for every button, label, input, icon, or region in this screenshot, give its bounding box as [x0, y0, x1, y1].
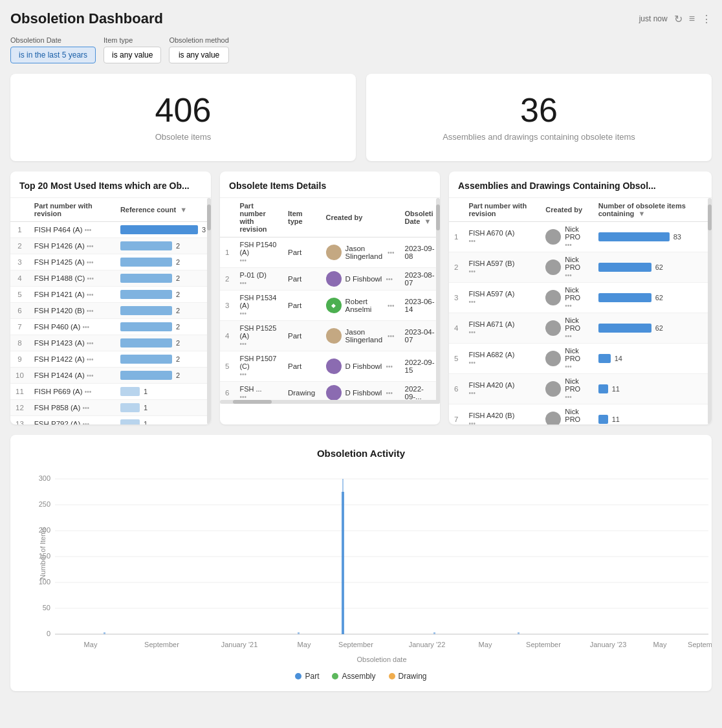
top20-col-count[interactable]: Reference count ▼ [115, 198, 211, 222]
more-icon[interactable]: ⋮ [701, 13, 712, 25]
ref-count: 2 [115, 351, 211, 368]
filter-label-0: Obsoletion Date [10, 36, 96, 44]
svg-text:May: May [298, 641, 311, 648]
table-row: 7 FISH A420 (B)••• Nick PRO ••• 11 [449, 404, 712, 425]
part-num-asm: FISH A682 (A)••• [463, 344, 540, 374]
row-num: 6 [10, 303, 29, 319]
filter-btn-0[interactable]: is in the last 5 years [10, 47, 96, 63]
filter-btn-2[interactable]: is any value [169, 47, 228, 63]
more-btn[interactable]: ••• [386, 363, 393, 370]
creator-name: Nick PRO [565, 347, 587, 362]
row-num: 6 [449, 374, 463, 404]
bar-viz [120, 322, 172, 331]
more-btn[interactable]: ••• [565, 241, 572, 248]
more-btn[interactable]: ••• [386, 276, 393, 283]
filter-btn-1[interactable]: is any value [104, 47, 161, 63]
scrollbar-obs[interactable] [436, 198, 440, 404]
more-btn[interactable]: ••• [386, 390, 393, 397]
creator-name: Nick PRO [565, 408, 587, 423]
svg-text:September: September [144, 641, 179, 648]
part-num: FSH P460 (A) ••• [29, 319, 115, 335]
obs-col-date[interactable]: Obsoleti Date ▼ [399, 198, 440, 237]
bar-viz-asm [598, 232, 670, 241]
part-num-asm: FISH A670 (A)••• [463, 222, 540, 252]
obs-col-type: Item type [283, 198, 321, 237]
hscrollbar-obs[interactable] [220, 400, 440, 404]
obsolete-items-table: Part number with revision Item type Crea… [220, 198, 440, 404]
row-num: 13 [10, 416, 29, 425]
more-btn[interactable]: ••• [565, 333, 572, 340]
assemblies-scroll[interactable]: Part number with revision Created by Num… [449, 198, 712, 425]
bar-viz [120, 225, 198, 234]
row-num: 8 [10, 335, 29, 351]
top20-scroll[interactable]: Part number with revision Reference coun… [10, 198, 211, 425]
ref-count: 2 [115, 303, 211, 319]
bar-viz [120, 241, 172, 250]
legend-label-part: Part [305, 672, 319, 681]
item-type: Part [283, 321, 321, 351]
ref-count: 2 [115, 270, 211, 287]
table-row: 6 FISH A420 (A)••• Nick PRO ••• 11 [449, 374, 712, 404]
svg-rect-19 [298, 632, 300, 634]
bar-value: 2 [176, 339, 180, 347]
obsolete-date: 2023-09-08 [399, 237, 440, 268]
svg-text:0: 0 [47, 630, 50, 637]
item-type: Part [283, 237, 321, 268]
creator-name: Nick PRO [565, 225, 587, 241]
part-num-asm: FISH A671 (A)••• [463, 313, 540, 344]
filter-icon[interactable]: ≡ [689, 13, 695, 25]
assemblies-card: Assemblies and Drawings Containing Obsol… [449, 171, 712, 425]
more-btn[interactable]: ••• [565, 363, 572, 370]
filter-group-2: Obsoletion methodis any value [169, 36, 228, 63]
asm-count-value: 62 [655, 294, 663, 302]
svg-rect-21 [518, 632, 520, 634]
avatar [545, 229, 561, 245]
ref-count: 1 [115, 416, 211, 425]
bar-value: 2 [176, 242, 180, 250]
more-btn[interactable]: ••• [388, 333, 395, 340]
row-num: 7 [10, 319, 29, 335]
more-btn[interactable]: ••• [565, 424, 572, 425]
scrollbar-asm[interactable] [708, 198, 712, 425]
table-row: 5 FSH P1421 (A) ••• 2 [10, 287, 211, 303]
row-num: 2 [449, 252, 463, 283]
part-num-asm: FISH A420 (B)••• [463, 404, 540, 425]
row-num: 5 [449, 344, 463, 374]
scrollbar-top20[interactable] [207, 198, 211, 425]
bar-viz-asm [598, 293, 651, 302]
filters-bar: Obsoletion Dateis in the last 5 yearsIte… [10, 36, 712, 63]
asm-creator-cell: Nick PRO ••• [540, 222, 593, 252]
row-num: 2 [10, 238, 29, 254]
more-btn[interactable]: ••• [388, 249, 395, 256]
svg-rect-18 [104, 632, 105, 634]
obsolete-date: 2023-04-07 [399, 321, 440, 351]
top20-card: Top 20 Most Used Items which are Ob... P… [10, 171, 211, 425]
obsolete-scroll[interactable]: Part number with revision Item type Crea… [220, 198, 440, 404]
row-num: 3 [220, 291, 234, 321]
asm-count-cell: 11 [593, 404, 712, 425]
bar-value: 2 [176, 307, 180, 314]
bar-value: 2 [176, 371, 180, 379]
row-num: 4 [220, 321, 234, 351]
more-btn[interactable]: ••• [565, 272, 572, 279]
obs-col-part: Part number with revision [234, 198, 283, 237]
avatar [545, 412, 561, 425]
table-row: 1 FISH P464 (A) ••• 3 [10, 222, 211, 238]
table-row: 10 FSH P1424 (A) ••• 2 [10, 368, 211, 384]
bar-viz [120, 258, 172, 267]
header-right: just now ↻ ≡ ⋮ [639, 13, 712, 25]
asm-col-num [449, 198, 463, 222]
asm-col-count[interactable]: Number of obsolete items containing ▼ [593, 198, 712, 222]
ref-count: 1 [115, 384, 211, 400]
row-num: 10 [10, 368, 29, 384]
asm-count-value: 83 [673, 233, 681, 241]
more-btn[interactable]: ••• [388, 302, 395, 309]
more-btn[interactable]: ••• [565, 302, 572, 309]
more-btn[interactable]: ••• [565, 393, 572, 401]
legend-label-assembly: Assembly [342, 672, 375, 681]
table-row: 3 FISH A597 (A)••• Nick PRO ••• 62 [449, 283, 712, 313]
refresh-icon[interactable]: ↻ [674, 13, 683, 25]
legend-label-drawing: Drawing [399, 672, 427, 681]
legend-dot-part [295, 673, 301, 679]
metric-label-obsolete: Obsolete items [155, 132, 212, 142]
